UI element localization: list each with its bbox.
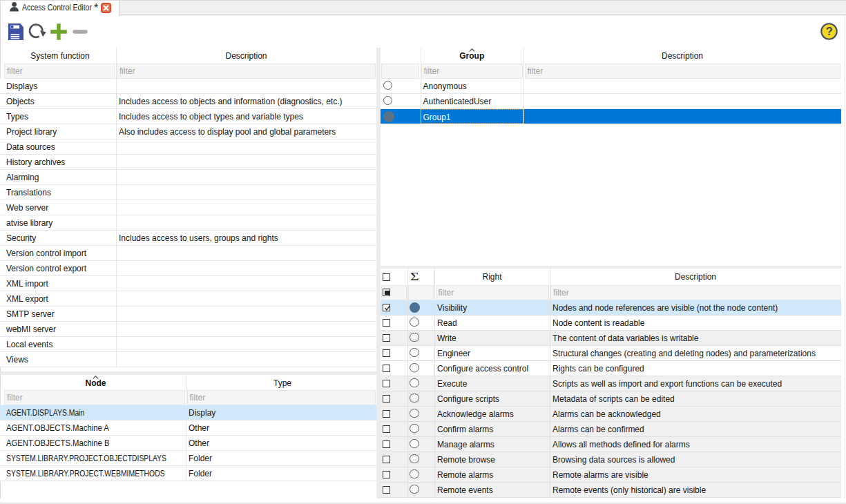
svg-text:?: ? (826, 25, 833, 37)
